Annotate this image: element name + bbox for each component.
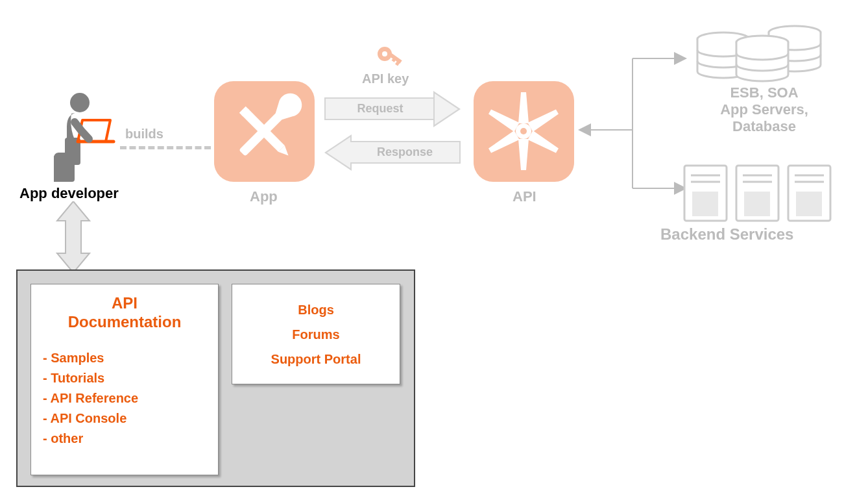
right-item-forums: Forums [244,325,388,344]
builds-dashed-line [120,146,211,149]
developer-icon [42,91,120,184]
doc-item-api-reference: - API Reference [43,388,206,408]
doc-item-other: - other [43,429,206,449]
api-key-label: API key [362,71,409,86]
backend-line2: App Servers, [686,101,842,118]
doc-item-tutorials: - Tutorials [43,368,206,388]
response-label: Response [350,141,461,164]
right-item-blogs: Blogs [244,301,388,319]
backend-line3: Database [686,118,842,135]
api-icon [474,81,574,182]
doc-item-api-console: - API Console [43,408,206,429]
dev-docs-double-arrow [54,201,93,275]
app-icon [214,81,315,182]
backend-services-label: Backend Services [660,225,793,244]
diagram-canvas: App developer builds App [0,0,868,500]
api-label: API [512,188,536,205]
right-item-support-portal: Support Portal [244,350,388,368]
backend-line1: ESB, SOA [686,84,842,101]
svg-rect-29 [744,192,770,216]
response-arrow: Response [350,134,487,170]
developer-label: App developer [19,185,119,202]
request-arrow: Request [324,91,461,127]
request-label: Request [324,97,435,120]
builds-label: builds [125,127,163,142]
svg-point-9 [382,51,387,56]
api-documentation-box: API Documentation - Samples - Tutorials … [30,284,219,475]
svg-rect-33 [796,192,822,216]
backend-db-label: ESB, SOA App Servers, Database [686,84,842,135]
api-doc-title1: API [112,294,138,312]
svg-marker-34 [57,201,90,273]
community-box: Blogs Forums Support Portal [232,284,400,384]
docs-container: API Documentation - Samples - Tutorials … [16,269,415,487]
doc-item-samples: - Samples [43,348,206,368]
app-label: App [250,188,278,205]
key-icon [375,44,407,73]
database-icon [694,23,830,87]
svg-point-14 [520,128,527,134]
api-backend-connector [574,52,691,201]
server-icon [681,162,837,227]
svg-point-0 [70,93,90,112]
api-doc-title2: Documentation [68,313,182,331]
svg-rect-25 [692,192,718,216]
